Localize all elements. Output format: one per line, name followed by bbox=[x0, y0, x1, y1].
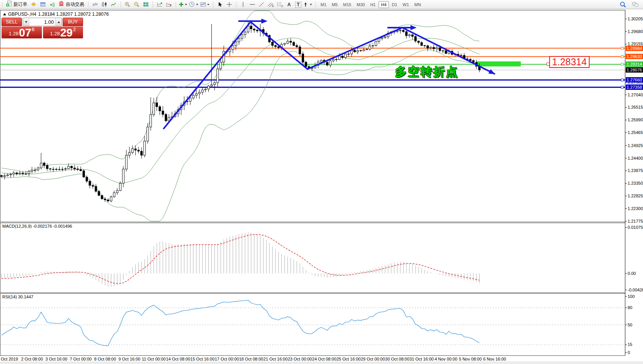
window-bottom-edge bbox=[0, 361, 643, 364]
toolbar-right bbox=[618, 1, 642, 8]
terminal-icon[interactable] bbox=[38, 1, 47, 8]
auto-trading-button[interactable]: 自动交易 bbox=[56, 1, 86, 8]
toolbar-group-cursor bbox=[212, 0, 235, 9]
timeframe-m15[interactable]: M15 bbox=[341, 1, 354, 8]
arrows-caret-icon bbox=[310, 4, 312, 5]
periods-button[interactable] bbox=[188, 1, 199, 8]
add-indicator-button[interactable] bbox=[178, 1, 188, 8]
tile-windows-icon[interactable] bbox=[141, 1, 150, 8]
periods-caret-icon bbox=[196, 4, 198, 5]
buy-price-sup: 2 bbox=[73, 26, 76, 32]
chart-title: GBPUSD-,H4 1.28184 1.28207 1.28072 1.280… bbox=[3, 12, 109, 17]
fibonacci-tool-icon[interactable]: F bbox=[275, 1, 284, 8]
templates-caret-icon bbox=[207, 4, 209, 5]
ohlc-values: 1.28184 1.28207 1.28072 1.28076 bbox=[38, 12, 109, 17]
sell-price-small: 1.28 bbox=[9, 31, 18, 36]
vertical-line-tool-icon[interactable] bbox=[238, 1, 248, 8]
timeframe-mn[interactable]: MN bbox=[412, 1, 423, 8]
volume-down-icon bbox=[25, 21, 27, 23]
indicator-window-up-icon[interactable] bbox=[155, 1, 164, 8]
toolbar-group-objects bbox=[174, 0, 212, 9]
zoom-in-icon[interactable] bbox=[123, 1, 132, 8]
volume-input[interactable] bbox=[29, 18, 55, 26]
rsi-indicator-label: RSI(14) 30.1447 bbox=[2, 295, 33, 299]
sell-price-sup: 6 bbox=[32, 26, 34, 32]
turning-point-annotation[interactable]: 多空转折点 bbox=[395, 64, 459, 80]
toolbar-group-trade: 新订单 自动交易 bbox=[1, 0, 87, 9]
toolbar-group-zoom bbox=[119, 0, 151, 9]
zoom-out-icon[interactable] bbox=[132, 1, 141, 8]
symbol-period-label: GBPUSD-,H4 bbox=[8, 12, 36, 17]
crosshair-tool-icon[interactable] bbox=[224, 1, 234, 8]
signals-icon[interactable] bbox=[47, 1, 56, 8]
timeframe-h4[interactable]: H4 bbox=[379, 1, 389, 8]
line-chart-icon[interactable] bbox=[109, 1, 118, 8]
toolbar-group-drawing: E F A T bbox=[235, 0, 314, 9]
search-icon[interactable] bbox=[618, 1, 628, 8]
templates-button[interactable] bbox=[199, 1, 211, 8]
chat-icon[interactable] bbox=[631, 1, 640, 8]
macd-indicator-label: MACD(12,26,9) -0.002176 -0.001496 bbox=[2, 224, 72, 228]
cursor-tool-icon[interactable] bbox=[215, 1, 224, 8]
arrows-tool-button[interactable] bbox=[303, 1, 313, 8]
new-order-label: 新订单 bbox=[13, 1, 27, 8]
toolbar-group-timeframes: M1M5M15M30H1H4D1W1MN bbox=[314, 0, 425, 9]
collapse-arrow-icon[interactable] bbox=[3, 13, 6, 15]
price-callout-anchor bbox=[547, 63, 550, 66]
volume-up-icon bbox=[58, 21, 60, 23]
sell-button[interactable]: SELL bbox=[2, 18, 22, 26]
timeframe-m5[interactable]: M5 bbox=[329, 1, 340, 8]
auto-trading-icon bbox=[58, 0, 65, 8]
volume-down-button[interactable] bbox=[23, 18, 29, 26]
volume-stepper bbox=[23, 18, 62, 26]
toolbar-group-indicator-windows bbox=[151, 0, 174, 9]
horizontal-line-tool-icon[interactable] bbox=[248, 1, 257, 8]
buy-price-big: 29 bbox=[60, 28, 73, 38]
timeframe-m30[interactable]: M30 bbox=[354, 1, 367, 8]
channel-tool-icon[interactable]: E bbox=[266, 1, 275, 8]
new-order-button[interactable]: 新订单 bbox=[4, 1, 29, 8]
text-label-tool[interactable]: T bbox=[294, 1, 303, 8]
main-toolbar: 新订单 自动交易 bbox=[0, 0, 643, 9]
text-label-tool-label: T bbox=[295, 2, 301, 8]
toolbar-group-chart-type bbox=[87, 0, 119, 9]
candlestick-chart-icon[interactable] bbox=[100, 1, 109, 8]
fibo-sub-label: F bbox=[281, 5, 283, 8]
timeframe-m1[interactable]: M1 bbox=[318, 1, 329, 8]
sell-price-panel[interactable]: 1.28 07 6 bbox=[2, 26, 42, 38]
volume-up-button[interactable] bbox=[55, 18, 61, 26]
add-indicator-caret-icon bbox=[185, 4, 187, 5]
timeframe-h1[interactable]: H1 bbox=[368, 1, 378, 8]
new-order-icon bbox=[6, 0, 12, 8]
text-tool-label: A bbox=[287, 2, 291, 7]
sell-price-big: 07 bbox=[19, 28, 31, 38]
timeframe-w1[interactable]: W1 bbox=[400, 1, 412, 8]
bar-chart-icon[interactable] bbox=[90, 1, 100, 8]
mt4-window: 新订单 自动交易 bbox=[0, 0, 643, 364]
buy-button[interactable]: BUY bbox=[63, 18, 83, 26]
buy-price-small: 1.28 bbox=[50, 31, 60, 36]
timeframe-d1[interactable]: D1 bbox=[390, 1, 400, 8]
auto-trading-label: 自动交易 bbox=[66, 1, 84, 8]
one-click-trade-panel: SELL BUY 1.28 07 6 1.28 29 2 bbox=[2, 18, 83, 38]
price-callout-box[interactable]: 1.28314 bbox=[549, 56, 590, 68]
channel-sub-label: E bbox=[272, 5, 274, 7]
indicator-window-down-icon[interactable] bbox=[164, 1, 173, 8]
gold-icon[interactable] bbox=[29, 1, 38, 8]
buy-price-panel[interactable]: 1.28 29 2 bbox=[43, 26, 83, 38]
chart-canvas[interactable] bbox=[0, 0, 643, 364]
trendline-tool-icon[interactable] bbox=[257, 1, 266, 8]
text-tool[interactable]: A bbox=[284, 1, 294, 8]
